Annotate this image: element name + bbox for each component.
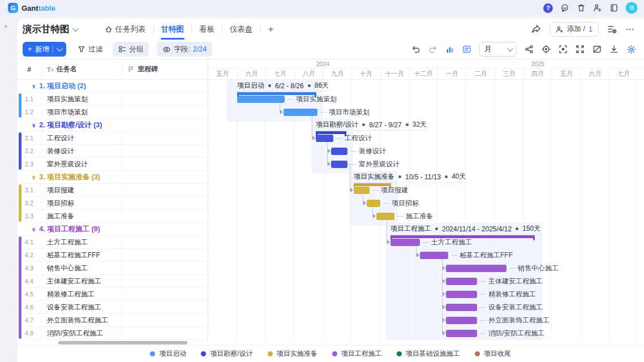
tab-gantt[interactable]: 甘特图 (154, 19, 192, 40)
month-label[interactable]: 十二月 (409, 68, 437, 79)
table-row[interactable]: 2.3室外景观设计 (17, 158, 208, 171)
milestone-cell[interactable] (122, 249, 208, 261)
table-row[interactable]: 1.1项目实施策划 (17, 93, 208, 106)
hide-image-icon[interactable] (593, 45, 602, 54)
month-label[interactable]: 九月 (323, 68, 351, 79)
collapse-chevron-icon[interactable]: ∨ (32, 122, 36, 128)
group-row[interactable]: ∨1. 项目启动 (2) (17, 80, 208, 93)
add-view-button[interactable]: + (261, 19, 281, 40)
table-row[interactable]: 3.1项目报建 (17, 184, 208, 197)
table-row[interactable]: 2.1工程设计 (17, 132, 208, 145)
milestone-cell[interactable] (122, 106, 208, 118)
milestone-cell[interactable] (122, 145, 208, 157)
milestone-cell[interactable] (122, 158, 208, 170)
col-header-task[interactable]: TT 任务名 (41, 59, 122, 79)
month-label[interactable]: 十一月 (380, 68, 409, 79)
fullscreen-icon[interactable] (576, 45, 585, 54)
month-label[interactable]: 三月 (495, 68, 523, 79)
table-row[interactable]: 2.2装修设计 (17, 145, 208, 158)
help-icon[interactable]: ? (543, 3, 553, 13)
milestone-cell[interactable] (122, 210, 208, 222)
milestone-cell[interactable] (122, 262, 208, 274)
milestone-cell[interactable] (122, 275, 208, 287)
group-summary-bar[interactable] (316, 131, 346, 134)
group-row[interactable]: ∨2. 项目勘察/设计 (3) (17, 119, 208, 132)
time-scale-select[interactable]: 月 (479, 42, 517, 57)
table-row[interactable]: 3.3施工准备 (17, 210, 208, 223)
table-row[interactable]: 4.2桩基工程施工FFF (17, 249, 208, 262)
milestone-cell[interactable] (122, 327, 208, 339)
gantt-bar[interactable] (316, 135, 333, 142)
gantt-bar[interactable] (446, 304, 477, 311)
new-task-button[interactable]: +新增 (23, 42, 66, 57)
gantt-bar[interactable] (237, 96, 285, 103)
tab-task-list[interactable]: 任务列表 (97, 19, 153, 40)
export-download-icon[interactable] (609, 45, 619, 54)
tab-kanban[interactable]: 看板 (192, 19, 222, 40)
baseline-icon[interactable] (462, 45, 471, 54)
gantt-body[interactable]: 项目启动6/2 - 8/2686天项目实施策划项目市场策划项目勘察/设计8/27… (208, 80, 638, 341)
task-name[interactable]: 项目实施策划 (41, 93, 122, 105)
gantt-bar[interactable] (446, 265, 506, 272)
locate-target-icon[interactable] (542, 45, 551, 54)
horizontal-scrollbar[interactable] (58, 341, 187, 344)
group-summary-label[interactable]: 项目勘察/设计8/27 - 9/2732天 (316, 119, 427, 131)
table-row[interactable]: 4.4主体建安工程施工 (17, 275, 208, 288)
group-summary-label[interactable]: 项目实施准备10/5 - 11/1340天 (354, 171, 466, 183)
share-nodes-icon[interactable] (525, 45, 534, 54)
month-label[interactable]: 一月 (437, 68, 466, 79)
more-menu-icon[interactable]: ⋯ (625, 24, 635, 35)
gantt-bar[interactable] (446, 278, 477, 285)
month-label[interactable]: 八月 (294, 68, 323, 79)
add-member-button[interactable]: 添加 /1 (549, 22, 599, 37)
milestone-cell[interactable] (122, 184, 208, 196)
docs-icon[interactable] (609, 3, 619, 12)
feedback-icon[interactable] (560, 3, 569, 12)
milestone-cell[interactable] (122, 93, 208, 105)
table-row[interactable]: 4.6设备安装工程施工 (17, 301, 208, 314)
view-settings-icon[interactable] (607, 24, 617, 34)
task-name[interactable]: 主体建安工程施工 (41, 275, 122, 287)
task-name[interactable]: 桩基工程施工FFF (41, 249, 122, 261)
task-name[interactable]: 施工准备 (41, 210, 122, 222)
gantt-bar[interactable] (284, 109, 317, 116)
month-label[interactable]: 十月 (351, 68, 380, 79)
gantt-bar[interactable] (331, 161, 347, 168)
group-summary-label[interactable]: 项目启动6/2 - 8/2686天 (237, 80, 329, 92)
task-name[interactable]: 工程设计 (41, 132, 122, 144)
expand-sidebar-icon[interactable]: › (5, 21, 7, 30)
gantt-bar[interactable] (446, 291, 477, 298)
task-name[interactable]: 精装修工程施工 (41, 288, 122, 300)
settings-gear-icon[interactable] (626, 45, 636, 54)
gantt-bar[interactable] (367, 200, 380, 207)
group-button[interactable]: 分组 (113, 42, 149, 57)
group-row[interactable]: ∨4. 项目工程施工 (9) (17, 223, 208, 236)
table-row[interactable]: 4.7外立面装饰工程施工 (17, 314, 208, 327)
gantt-bar[interactable] (420, 252, 448, 259)
task-name[interactable]: 设备安装工程施工 (41, 301, 122, 313)
task-name[interactable]: 项目报建 (41, 184, 122, 196)
gantt-bar[interactable] (446, 317, 477, 324)
col-header-milestone[interactable]: 里程碑 (122, 59, 208, 79)
milestone-cell[interactable] (122, 314, 208, 326)
task-name[interactable]: 外立面装饰工程施工 (41, 314, 122, 326)
task-name[interactable]: 消防/安防工程施工 (41, 327, 122, 339)
group-summary-label[interactable]: 项目工程施工2024/11/14 - 2025/4/12150天 (390, 223, 540, 235)
filter-button[interactable]: 过滤 (78, 45, 102, 54)
collapse-chevron-icon[interactable]: ∨ (32, 226, 36, 232)
table-row[interactable]: 4.1土方工程施工 (17, 236, 208, 249)
table-row[interactable]: 3.2项目招标 (17, 197, 208, 210)
milestone-cell[interactable] (122, 288, 208, 300)
col-header-index[interactable]: # (17, 66, 41, 74)
month-label[interactable]: 四月 (523, 68, 552, 79)
table-row[interactable]: 4.3销售中心施工 (17, 262, 208, 275)
gantt-bar[interactable] (446, 330, 477, 337)
table-row[interactable]: 4.5精装修工程施工 (17, 288, 208, 301)
document-title[interactable]: 演示甘特图 (23, 23, 77, 36)
milestone-cell[interactable] (122, 197, 208, 209)
collapse-chevron-icon[interactable]: ∨ (32, 83, 36, 89)
month-label[interactable]: 七月 (609, 68, 638, 79)
undo-icon[interactable] (411, 45, 420, 54)
group-row[interactable]: ∨3. 项目实施准备 (3) (17, 171, 208, 184)
milestone-cell[interactable] (122, 132, 208, 144)
